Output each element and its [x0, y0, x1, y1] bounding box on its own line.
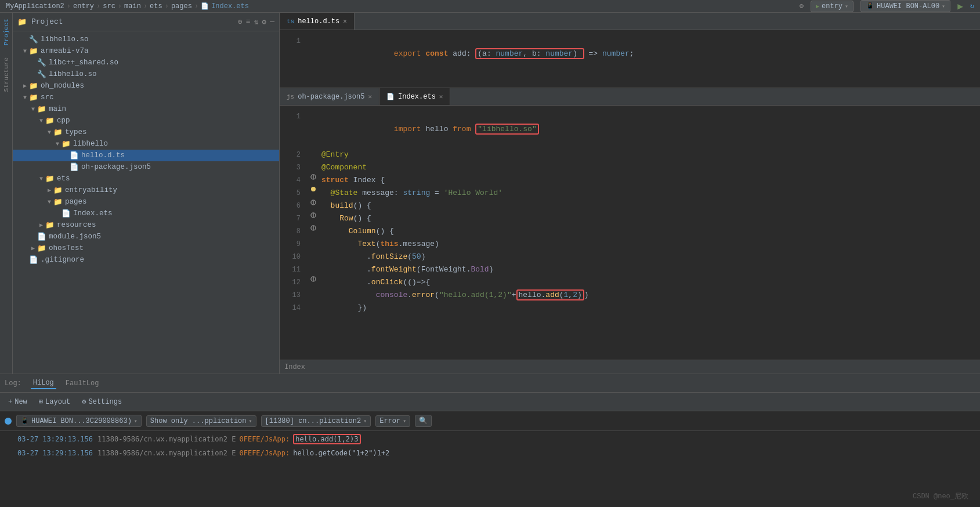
hello-d-ts-editor: 1 export const add: (a: number, b: numbe… — [280, 30, 980, 88]
log-tab-hilog[interactable]: HiLog — [31, 378, 56, 389]
breadcrumb-pages[interactable]: pages — [171, 2, 192, 10]
line-num: 10 — [280, 251, 308, 263]
tree-item-oh-package-json5[interactable]: 📄 oh-package.json5 — [13, 161, 279, 173]
tree-item-hello-d-ts[interactable]: 📄 hello.d.ts — [13, 150, 279, 161]
log-toolbar: + New ⊞ Layout ⚙ Settings — [0, 393, 980, 411]
tree-item-index-ets[interactable]: 📄 Index.ets — [13, 208, 279, 219]
structure-vert-label[interactable]: Structure — [1, 52, 12, 97]
tree-item-gitignore[interactable]: 📄 .gitignore — [13, 254, 279, 266]
line-content: }) — [319, 302, 980, 314]
tree-item-resources[interactable]: ▶ 📁 resources — [13, 219, 279, 231]
device-select-chevron: ▾ — [134, 418, 138, 425]
tree-label: ets — [57, 175, 70, 183]
breadcrumb-entry[interactable]: entry — [73, 2, 94, 10]
level-select[interactable]: Error ▾ — [375, 415, 410, 427]
log-tab-faultlog[interactable]: FaultLog — [63, 378, 102, 389]
sidebar-gear-icon[interactable]: ⚙ — [262, 17, 266, 27]
line-num: 3 — [280, 161, 308, 174]
breadcrumb-main[interactable]: main — [124, 2, 141, 10]
tab-hello-d-ts[interactable]: ts hello.d.ts ✕ — [280, 13, 355, 30]
top-bar-right: ⚙ ▶ entry ▾ 📱 HUAWEI BON-AL00 ▾ ▶ ↻ — [800, 0, 974, 12]
entry-dropdown[interactable]: ▶ entry ▾ — [811, 1, 854, 12]
tree-label: types — [65, 128, 87, 136]
arrow-icon: ▼ — [37, 176, 45, 182]
tree-item-libhello-so-2[interactable]: 🔧 libhello.so — [13, 68, 279, 80]
device-dropdown[interactable]: 📱 HUAWEI BON-AL00 ▾ — [860, 0, 950, 12]
breadcrumb-sep-6: › — [194, 2, 198, 10]
tree-item-pages[interactable]: ▼ 📁 pages — [13, 196, 279, 208]
tab-label: hello.d.ts — [298, 17, 339, 26]
new-button[interactable]: + New — [5, 397, 31, 407]
tree-label: armeabi-v7a — [41, 47, 89, 55]
code-line-2: 2 @Entry — [280, 149, 980, 161]
tree-item-main[interactable]: ▼ 📁 main — [13, 103, 279, 115]
sidebar-add-icon[interactable]: ⊕ — [238, 17, 243, 27]
tree-item-armeabi[interactable]: ▼ 📁 armeabi-v7a — [13, 45, 279, 57]
breadcrumb-file[interactable]: Index.ets — [211, 2, 249, 10]
sync-icon[interactable]: ↻ — [970, 2, 974, 10]
log-tag-2: 0FEFE/JsApp: — [239, 447, 290, 459]
folder-icon: 📁 — [62, 139, 71, 149]
log-timestamp-2: 03-27 13:29:13.156 — [17, 447, 93, 459]
tree-item-ets[interactable]: ▼ 📁 ets — [13, 173, 279, 184]
filter-select[interactable]: Show only ...pplication ▾ — [146, 415, 256, 427]
breadcrumb-src[interactable]: src — [103, 2, 115, 10]
line-content: .onClick(()=>{ — [319, 276, 980, 289]
line-content: @Component — [319, 161, 980, 174]
arrow-icon: ▶ — [37, 222, 45, 229]
tree-label: main — [49, 105, 66, 113]
line-content: .fontWeight(FontWeight.Bold) — [319, 263, 980, 276]
settings-button[interactable]: ⚙ Settings — [78, 396, 125, 407]
log-text-1: hello.add(1,2)3 — [293, 433, 360, 445]
code-line-10: 10 .fontSize(50) — [280, 251, 980, 263]
so-icon: 🔧 — [37, 58, 46, 67]
run-icon[interactable]: ▶ — [957, 1, 963, 12]
tree-item-module-json[interactable]: 📄 module.json5 — [13, 231, 279, 242]
code-line-13: 13 console.error("hello.add(1,2)"+hello.… — [280, 289, 980, 302]
project-vert-label[interactable]: Project — [1, 13, 12, 51]
tree-item-src[interactable]: ▼ 📁 src — [13, 92, 279, 103]
code-line-1: 1 export const add: (a: number, b: numbe… — [280, 35, 980, 73]
tree-item-libhello-folder[interactable]: ▼ 📁 libhello — [13, 138, 279, 150]
log-search-box[interactable]: 🔍 — [415, 415, 432, 427]
index-ets-editor[interactable]: 1 import hello from "libhello.so" 2 @Ent… — [280, 106, 980, 360]
tab-close-index[interactable]: ✕ — [439, 93, 443, 100]
tab-close-oh[interactable]: ✕ — [368, 93, 372, 100]
line-num: 6 — [280, 200, 308, 212]
gear-icon: ⚙ — [82, 397, 86, 406]
line-gutter — [308, 200, 319, 205]
device-select[interactable]: 📱 HUAWEI BON...3C29008863) ▾ — [16, 415, 142, 427]
tab-oh-package[interactable]: js oh-package.json5 ✕ — [280, 88, 379, 105]
tree-item-ohostest[interactable]: ▶ 📁 ohosTest — [13, 242, 279, 254]
tree-item-cpp[interactable]: ▼ 📁 cpp — [13, 115, 279, 126]
process-select[interactable]: [11380] cn...plication2 ▾ — [261, 415, 371, 427]
tab-close-icon[interactable]: ✕ — [343, 17, 347, 25]
tree-label: .gitignore — [41, 256, 84, 264]
top-bar: MyApplication2 › entry › src › main › et… — [0, 0, 980, 13]
log-pid-2: 11380-9586/cn.wx.myapplication2 E — [97, 447, 236, 459]
device-select-label: HUAWEI BON...3C29008863) — [31, 417, 132, 425]
device-label: HUAWEI BON-AL00 — [877, 2, 939, 10]
tree-item-oh-modules[interactable]: ▶ 📁 oh_modules — [13, 80, 279, 92]
sidebar-collapse-icon[interactable]: ≡ — [246, 17, 251, 27]
code-line-8: 8 Column() { — [280, 225, 980, 238]
settings-icon[interactable]: ⚙ — [800, 2, 804, 10]
tree-item-libhello-so-1[interactable]: 🔧 libhello.so — [13, 34, 279, 45]
line-content-1: export const add: (a: number, b: number)… — [319, 35, 980, 73]
layout-button[interactable]: ⊞ Layout — [35, 396, 74, 407]
line-content: console.error("hello.add(1,2)"+hello.add… — [319, 289, 980, 302]
sidebar-minimize-icon[interactable]: — — [270, 17, 274, 27]
breadcrumb-ets[interactable]: ets — [150, 2, 162, 10]
arrow-icon: ▶ — [21, 82, 29, 89]
tree-item-types[interactable]: ▼ 📁 types — [13, 126, 279, 138]
line-num: 13 — [280, 289, 308, 302]
tree-item-libc[interactable]: 🔧 libc++_shared.so — [13, 57, 279, 68]
arrow-icon: ▼ — [45, 199, 53, 205]
folder-icon: 📁 — [37, 104, 46, 114]
tree-item-entryability[interactable]: ▶ 📁 entryability — [13, 184, 279, 196]
arrow-icon: ▼ — [37, 118, 45, 124]
top-editor: ts hello.d.ts ✕ 1 export const add: (a: … — [280, 13, 980, 88]
breadcrumb-app[interactable]: MyApplication2 — [6, 2, 64, 10]
tab-index-ets[interactable]: 📄 Index.ets ✕ — [379, 88, 450, 105]
sidebar-sort-icon[interactable]: ⇅ — [254, 17, 259, 27]
